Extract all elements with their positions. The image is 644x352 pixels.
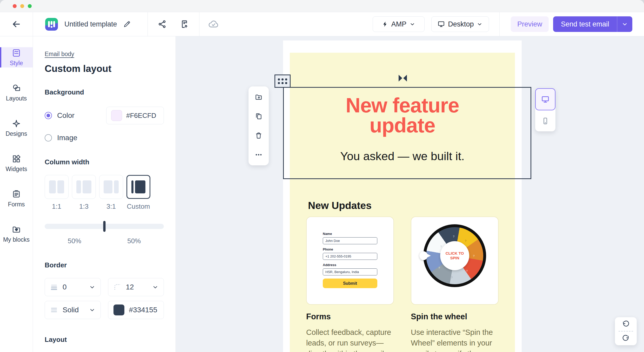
- collapse-block-control[interactable]: [398, 74, 407, 83]
- background-image-option-label: Image: [57, 134, 77, 142]
- wheel-hint: ?: [465, 239, 467, 242]
- header-divider: [199, 12, 199, 36]
- background-color-swatch: [111, 110, 122, 121]
- redo-icon: [622, 335, 630, 342]
- border-radius-dropdown[interactable]: 12: [108, 278, 164, 296]
- more-options-button[interactable]: [255, 151, 263, 159]
- rail-item-designs[interactable]: Designs: [0, 118, 33, 138]
- form-field-input[interactable]: John Doe: [323, 237, 377, 244]
- column-option-1-1[interactable]: [45, 175, 69, 199]
- trash-icon: [255, 132, 263, 139]
- border-color-swatch: [113, 304, 124, 315]
- duplicate-icon: [255, 112, 263, 120]
- card-text-spin-wheel[interactable]: Spin the wheel Use interactive “Spin the…: [411, 312, 499, 352]
- wheel-hint: ?: [473, 254, 475, 258]
- border-width-dropdown[interactable]: 0: [45, 278, 101, 296]
- column-width-slider[interactable]: [45, 221, 164, 232]
- rail-item-label: Style: [10, 60, 23, 67]
- undo-icon: [622, 320, 630, 328]
- mobile-view-button[interactable]: [535, 110, 555, 131]
- rename-button[interactable]: [123, 20, 131, 28]
- rail-item-widgets[interactable]: Widgets: [0, 153, 33, 173]
- export-template-button[interactable]: [180, 19, 189, 29]
- email-subheadline[interactable]: You asked — we built it.: [290, 150, 515, 163]
- rail-item-forms[interactable]: Forms: [0, 188, 33, 209]
- rail-item-label: Designs: [5, 130, 27, 137]
- click-to-spin-button[interactable]: CLICK TO SPIN: [440, 241, 469, 270]
- border-color-field[interactable]: #334155: [108, 301, 164, 319]
- border-style-icon: [50, 306, 58, 314]
- maximize-window-button[interactable]: [28, 4, 32, 8]
- background-color-field[interactable]: #F6ECFD: [106, 107, 164, 124]
- close-window-button[interactable]: [13, 4, 17, 8]
- send-options-caret[interactable]: [617, 16, 632, 32]
- border-style-dropdown[interactable]: Solid: [45, 301, 101, 319]
- undo-button[interactable]: [615, 317, 637, 331]
- layout-heading: Layout: [45, 336, 164, 344]
- border-radius-value: 12: [126, 283, 134, 291]
- background-image-radio[interactable]: Image: [45, 134, 164, 142]
- drag-dots-icon: [278, 78, 287, 84]
- pencil-icon: [123, 20, 131, 28]
- slider-handle[interactable]: [103, 221, 105, 232]
- block-drag-handle[interactable]: [274, 75, 291, 88]
- border-color-value: #334155: [129, 306, 157, 314]
- card-text-forms[interactable]: Forms Collect feedback, capture leads, o…: [306, 312, 394, 352]
- back-button[interactable]: [0, 12, 33, 36]
- background-color-radio[interactable]: Color: [45, 111, 75, 120]
- header-divider: [499, 12, 500, 36]
- column-option-custom[interactable]: [126, 175, 150, 199]
- right-column-percent: 50%: [104, 237, 164, 245]
- minimize-window-button[interactable]: [20, 4, 24, 8]
- form-field-label: Phone: [323, 247, 377, 251]
- rail-item-layouts[interactable]: Layouts: [0, 83, 33, 103]
- email-body[interactable]: New feature update You asked — we built …: [283, 40, 522, 352]
- editor-canvas[interactable]: New feature update You asked — we built …: [176, 36, 644, 352]
- preview-button[interactable]: Preview: [511, 16, 549, 32]
- panel-title: Custom layout: [45, 63, 164, 74]
- lightning-icon: [382, 21, 388, 27]
- wheel-pointer: [419, 251, 428, 260]
- widgets-icon: [12, 154, 21, 164]
- column-option-3-1[interactable]: [99, 175, 123, 199]
- desktop-view-button[interactable]: [535, 88, 555, 110]
- spin-wheel[interactable]: ? ? ? ? ? ? ? CLICK TO SPIN: [423, 224, 486, 287]
- header-divider: [147, 12, 148, 36]
- save-to-blocks-button[interactable]: [255, 93, 263, 101]
- column-option-1-3[interactable]: [72, 175, 96, 199]
- breadcrumb-email-body[interactable]: Email body: [45, 51, 74, 58]
- email-content-block[interactable]: New feature update You asked — we built …: [290, 53, 515, 352]
- form-submit-button[interactable]: Submit: [323, 279, 377, 288]
- email-section-title[interactable]: New Updates: [308, 200, 499, 211]
- rail-item-label: Layouts: [6, 95, 27, 102]
- form-field-input[interactable]: HSR, Bengaluru, India: [323, 268, 377, 275]
- border-width-value: 0: [63, 283, 67, 291]
- format-mode-dropdown[interactable]: AMP: [373, 16, 425, 32]
- share-button[interactable]: [158, 19, 167, 29]
- email-headline[interactable]: New feature update: [317, 96, 488, 135]
- wheel-hint: ?: [453, 235, 455, 238]
- rail-item-my-blocks[interactable]: My blocks: [0, 224, 33, 244]
- send-test-email-button[interactable]: Send test email: [553, 16, 632, 32]
- border-width-icon: [50, 283, 58, 291]
- cloud-saved-icon: [208, 18, 219, 30]
- autosave-status: [208, 18, 219, 30]
- send-test-email-label[interactable]: Send test email: [553, 16, 617, 32]
- delete-block-button[interactable]: [255, 132, 263, 139]
- form-field-label: Name: [323, 232, 377, 236]
- my-blocks-icon: [12, 225, 21, 234]
- form-card[interactable]: Name John Doe Phone +1 202-555-0195 Addr…: [306, 216, 394, 305]
- rail-item-style[interactable]: Style: [0, 47, 33, 67]
- duplicate-block-button[interactable]: [255, 112, 263, 120]
- device-mode-dropdown[interactable]: Desktop: [431, 16, 489, 32]
- spin-wheel-card[interactable]: ? ? ? ? ? ? ? CLICK TO SPIN: [411, 216, 499, 305]
- redo-button[interactable]: [615, 331, 637, 345]
- card-title: Spin the wheel: [411, 312, 499, 321]
- forms-icon: [12, 189, 21, 199]
- history-panel: [615, 317, 637, 345]
- form-field-input[interactable]: +1 202-555-0195: [323, 253, 377, 260]
- wheel-hint: ?: [466, 269, 468, 273]
- style-panel: Email body Custom layout Background Colo…: [33, 36, 176, 352]
- arrow-left-icon: [11, 19, 22, 29]
- card-description: Use interactive “Spin the Wheel” element…: [411, 327, 497, 352]
